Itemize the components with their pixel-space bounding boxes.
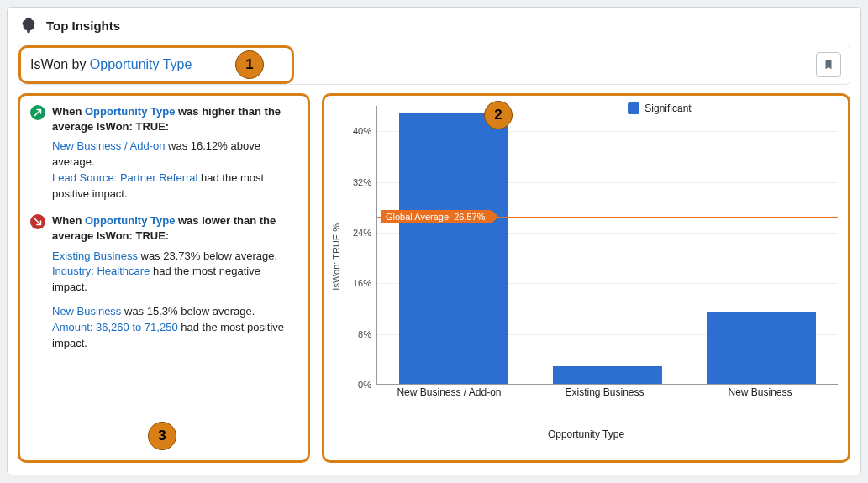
chart-column: 2 Significant IsWon: TRUE % 0%8%16%24%32… bbox=[322, 93, 850, 463]
bookmark-icon bbox=[823, 59, 834, 71]
value-link[interactable]: New Business bbox=[52, 305, 121, 318]
columns: When Opportunity Type was higher than th… bbox=[18, 93, 850, 463]
y-axis-label: IsWon: TRUE % bbox=[329, 223, 343, 291]
arrow-down-icon bbox=[30, 214, 45, 229]
panel-title: Top Insights bbox=[46, 18, 120, 33]
dimension-link[interactable]: Opportunity Type bbox=[85, 214, 175, 227]
panel-content: IsWon by Opportunity Type 1 When Opportu… bbox=[8, 38, 860, 473]
insight-higher-body: New Business / Add-on was 16.12% above a… bbox=[30, 139, 297, 202]
y-tick: 16% bbox=[353, 278, 371, 288]
insight-lower-body: Existing Business was 23.73% below avera… bbox=[30, 249, 297, 352]
plot-area: Global Average: 26.57% bbox=[376, 106, 838, 385]
insight-title-dimension-link[interactable]: Opportunity Type bbox=[90, 57, 192, 71]
value-link[interactable]: Lead Source: Partner Referral bbox=[52, 171, 197, 184]
insight-lower-head: When Opportunity Type was lower than the… bbox=[30, 213, 297, 243]
value-link[interactable]: New Business / Add-on bbox=[52, 139, 165, 152]
x-tick: New Business bbox=[682, 381, 838, 415]
panel-header: Top Insights bbox=[8, 8, 860, 38]
arrow-up-icon bbox=[30, 105, 45, 120]
x-tick: New Business / Add-on bbox=[371, 381, 527, 415]
top-insights-panel: Top Insights IsWon by Opportunity Type 1 bbox=[7, 7, 861, 475]
x-axis-label: Opportunity Type bbox=[324, 428, 848, 440]
y-axis: 0%8%16%24%32%40% bbox=[343, 106, 376, 385]
bar-new-business[interactable] bbox=[707, 312, 816, 384]
insight-text-column: When Opportunity Type was higher than th… bbox=[18, 93, 310, 463]
y-tick: 0% bbox=[358, 380, 371, 390]
insight-lower-head-text: When Opportunity Type was lower than the… bbox=[52, 213, 297, 243]
y-tick: 8% bbox=[358, 329, 371, 339]
callout-badge-1: 1 bbox=[235, 50, 264, 79]
x-tick: Existing Business bbox=[527, 381, 682, 415]
callout-badge-2: 2 bbox=[484, 101, 513, 129]
value-link[interactable]: Industry: Healthcare bbox=[52, 265, 150, 277]
insight-higher-head: When Opportunity Type was higher than th… bbox=[30, 104, 297, 134]
insight-higher-block: When Opportunity Type was higher than th… bbox=[30, 104, 297, 202]
insight-title: IsWon by Opportunity Type bbox=[18, 57, 192, 72]
insight-title-prefix: IsWon by bbox=[30, 57, 90, 71]
einstein-icon bbox=[19, 16, 38, 34]
callout-badge-3: 3 bbox=[148, 422, 176, 450]
bookmark-button[interactable] bbox=[816, 52, 841, 77]
y-tick: 40% bbox=[353, 126, 371, 136]
value-link[interactable]: Amount: 36,260 to 71,250 bbox=[52, 321, 178, 333]
global-average-label: Global Average: 26.57% bbox=[381, 210, 492, 223]
value-link[interactable]: Existing Business bbox=[52, 249, 138, 262]
x-axis: New Business / Add-onExisting BusinessNe… bbox=[371, 381, 838, 415]
y-tick: 32% bbox=[353, 177, 371, 187]
insight-lower-block: When Opportunity Type was lower than the… bbox=[30, 213, 297, 351]
bar-new-business-add-on[interactable] bbox=[399, 113, 508, 384]
y-tick: 24% bbox=[353, 228, 371, 238]
dimension-link[interactable]: Opportunity Type bbox=[85, 105, 175, 118]
insight-title-row: IsWon by Opportunity Type 1 bbox=[18, 45, 850, 85]
insight-higher-head-text: When Opportunity Type was higher than th… bbox=[52, 104, 297, 134]
